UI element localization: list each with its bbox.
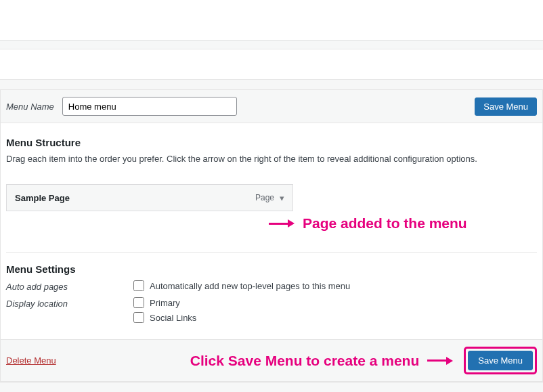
save-highlight-box: Save Menu — [464, 347, 537, 374]
auto-add-check-label: Automatically add new top-level pages to… — [150, 281, 350, 291]
save-menu-button-top[interactable]: Save Menu — [475, 97, 537, 116]
auto-add-checkbox[interactable] — [133, 280, 144, 291]
arrow-right-icon — [427, 357, 453, 365]
gap — [0, 80, 543, 89]
top-blank-panel-1 — [0, 0, 543, 41]
menu-item-type: Page — [255, 193, 274, 202]
menu-name-row: Menu Name Save Menu — [0, 89, 543, 123]
auto-add-check-item: Automatically add new top-level pages to… — [133, 280, 350, 291]
location-social-checkbox[interactable] — [133, 312, 144, 323]
bottom-row: Delete Menu Click Save Menu to create a … — [0, 339, 543, 382]
main-panel: Menu Structure Drag each item into the o… — [0, 123, 543, 339]
menu-name-label: Menu Name — [6, 102, 54, 112]
settings-auto-row: Auto add pages Automatically add new top… — [6, 280, 537, 292]
location-check-item: Social Links — [133, 312, 196, 323]
arrow-right-icon — [269, 219, 295, 227]
structure-desc: Drag each item into the order you prefer… — [6, 154, 537, 164]
display-location-label: Display location — [6, 297, 133, 309]
save-menu-button-bottom[interactable]: Save Menu — [468, 351, 533, 370]
delete-menu-link[interactable]: Delete Menu — [6, 355, 56, 366]
annotation-click-save: Click Save Menu to create a menu — [190, 353, 419, 369]
settings-display-row: Display location Primary Social Links — [6, 297, 537, 323]
top-blank-panel-2 — [0, 49, 543, 80]
annotation-row: Page added to the menu — [269, 215, 537, 232]
menu-item-title: Sample Page — [15, 193, 255, 203]
bottom-gap — [0, 382, 543, 392]
location-primary-checkbox[interactable] — [133, 297, 144, 308]
chevron-down-icon[interactable]: ▾ — [280, 193, 284, 203]
annotation-page-added: Page added to the menu — [303, 215, 467, 232]
auto-add-label: Auto add pages — [6, 280, 133, 292]
location-primary-label: Primary — [150, 298, 180, 308]
structure-heading: Menu Structure — [6, 137, 537, 148]
menu-name-input[interactable] — [62, 97, 237, 116]
gap — [0, 41, 543, 49]
divider — [6, 252, 537, 253]
menu-item[interactable]: Sample Page Page ▾ — [6, 184, 293, 211]
location-social-label: Social Links — [150, 313, 196, 323]
location-check-item: Primary — [133, 297, 196, 308]
settings-heading: Menu Settings — [6, 263, 537, 275]
